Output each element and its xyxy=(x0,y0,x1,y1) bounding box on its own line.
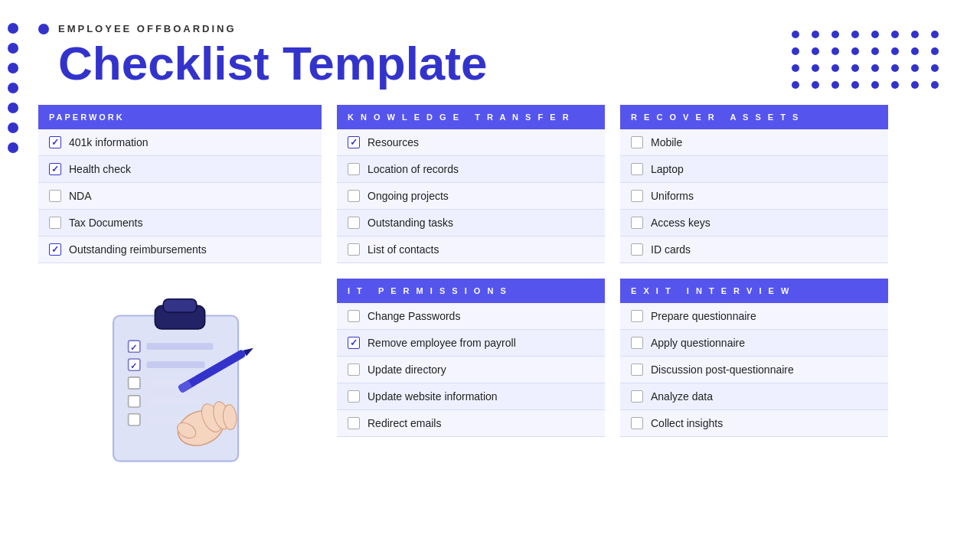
checkbox-icon[interactable] xyxy=(348,163,360,175)
list-item[interactable]: List of contacts xyxy=(337,236,605,263)
list-item[interactable]: ✓ Health check xyxy=(38,156,322,183)
dot xyxy=(8,103,18,113)
list-item[interactable]: ID cards xyxy=(620,236,888,263)
list-item[interactable]: Change Passwords xyxy=(337,303,605,330)
checkbox-icon[interactable]: ✓ xyxy=(49,243,61,256)
it-permissions-header: I T P E R M I S S I O N S xyxy=(337,279,605,303)
checkbox-icon[interactable] xyxy=(631,390,643,403)
checkbox-icon[interactable] xyxy=(49,217,61,229)
svg-rect-11 xyxy=(129,396,140,407)
list-item[interactable]: Uniforms xyxy=(620,183,888,210)
checkbox-icon[interactable] xyxy=(348,417,360,429)
grid-dot xyxy=(812,81,819,89)
checkbox-icon[interactable] xyxy=(631,163,643,175)
checkbox-icon[interactable] xyxy=(348,217,360,229)
svg-rect-2 xyxy=(163,299,196,312)
grid-dot xyxy=(812,64,819,72)
list-item[interactable]: Analyze data xyxy=(620,383,888,410)
grid-dot xyxy=(931,64,939,72)
list-item[interactable]: Tax Documents xyxy=(38,210,322,236)
grid-dot xyxy=(831,47,839,55)
grid-dot xyxy=(871,81,879,89)
decoration-dot-grid xyxy=(792,31,942,89)
item-label: Redirect emails xyxy=(368,417,441,429)
grid-dot xyxy=(831,31,839,38)
item-label: Access keys xyxy=(651,217,710,229)
item-label: Apply questionnaire xyxy=(651,337,745,349)
header-dot xyxy=(38,24,49,34)
item-label: Health check xyxy=(69,163,131,175)
recover-assets-section: R E C O V E R A S S E T S Mobile Laptop … xyxy=(620,105,888,263)
list-item[interactable]: Access keys xyxy=(620,210,888,236)
list-item[interactable]: Laptop xyxy=(620,156,888,183)
clipboard-illustration: ✓ ✓ xyxy=(38,279,322,478)
grid-dot xyxy=(792,64,799,72)
checkbox-icon[interactable]: ✓ xyxy=(49,163,61,175)
checkbox-icon[interactable] xyxy=(348,310,360,322)
checkbox-icon[interactable]: ✓ xyxy=(49,136,61,148)
grid-dot xyxy=(851,31,859,38)
checkbox-icon[interactable] xyxy=(348,364,360,376)
header-left: EMPLOYEE OFFBOARDING Checklist Template xyxy=(38,23,487,90)
page: EMPLOYEE OFFBOARDING Checklist Template xyxy=(0,0,980,551)
checkbox-icon[interactable] xyxy=(631,337,643,349)
grid-dot xyxy=(911,47,919,55)
checkbox-icon[interactable] xyxy=(631,217,643,229)
knowledge-transfer-section: K N O W L E D G E T R A N S F E R ✓ Reso… xyxy=(337,105,605,263)
checkbox-icon[interactable] xyxy=(631,136,643,148)
list-item[interactable]: NDA xyxy=(38,183,322,210)
exit-interview-section: E X I T I N T E R V I E W Prepare questi… xyxy=(620,279,888,478)
list-item[interactable]: ✓ Outstanding reimbursements xyxy=(38,236,322,263)
item-label: Laptop xyxy=(651,163,684,175)
exit-interview-header: E X I T I N T E R V I E W xyxy=(620,279,888,303)
list-item[interactable]: Discussion post-questionnaire xyxy=(620,357,888,383)
checkbox-icon[interactable] xyxy=(631,417,643,429)
grid-dot xyxy=(851,47,859,55)
paperwork-section: PAPERWORK ✓ 401k information ✓ Health ch… xyxy=(38,105,322,263)
grid-dot xyxy=(891,64,899,72)
list-item[interactable]: ✓ Resources xyxy=(337,129,605,156)
grid-dot xyxy=(891,81,899,89)
item-label: Change Passwords xyxy=(368,310,460,322)
list-item[interactable]: Apply questionnaire xyxy=(620,330,888,357)
checkbox-icon[interactable] xyxy=(348,243,360,256)
checkbox-icon[interactable] xyxy=(348,390,360,403)
dot xyxy=(8,83,18,93)
checkbox-icon[interactable] xyxy=(631,243,643,256)
checkbox-icon[interactable]: ✓ xyxy=(348,136,360,148)
svg-rect-13 xyxy=(129,414,140,425)
clipboard-svg-image: ✓ ✓ xyxy=(84,282,276,474)
grid-dot xyxy=(911,81,919,89)
top-sections: PAPERWORK ✓ 401k information ✓ Health ch… xyxy=(38,105,942,263)
list-item[interactable]: Prepare questionnaire xyxy=(620,303,888,330)
dot xyxy=(8,63,18,73)
list-item[interactable]: Location of records xyxy=(337,156,605,183)
item-label: Location of records xyxy=(368,163,459,175)
checkbox-icon[interactable] xyxy=(631,310,643,322)
checkbox-icon[interactable]: ✓ xyxy=(348,337,360,349)
grid-dot xyxy=(911,64,919,72)
list-item[interactable]: Ongoing projects xyxy=(337,183,605,210)
list-item[interactable]: Update directory xyxy=(337,357,605,383)
list-item[interactable]: Mobile xyxy=(620,129,888,156)
paperwork-header: PAPERWORK xyxy=(38,105,322,129)
svg-text:✓: ✓ xyxy=(130,361,137,370)
checkbox-icon[interactable] xyxy=(49,190,61,202)
checkbox-icon[interactable] xyxy=(631,190,643,202)
grid-dot xyxy=(891,31,899,38)
bottom-sections: ✓ ✓ xyxy=(38,279,942,478)
list-item[interactable]: ✓ Remove employee from payroll xyxy=(337,330,605,357)
item-label: List of contacts xyxy=(368,243,439,256)
list-item[interactable]: Outstanding tasks xyxy=(337,210,605,236)
item-label: ID cards xyxy=(651,243,691,256)
header: EMPLOYEE OFFBOARDING Checklist Template xyxy=(38,23,942,90)
grid-dot xyxy=(931,31,939,38)
dot xyxy=(8,142,18,153)
list-item[interactable]: Update website information xyxy=(337,383,605,410)
list-item[interactable]: Redirect emails xyxy=(337,410,605,437)
item-label: Update website information xyxy=(368,390,498,403)
list-item[interactable]: Collect insights xyxy=(620,410,888,437)
checkbox-icon[interactable] xyxy=(348,190,360,202)
list-item[interactable]: ✓ 401k information xyxy=(38,129,322,156)
checkbox-icon[interactable] xyxy=(631,364,643,376)
